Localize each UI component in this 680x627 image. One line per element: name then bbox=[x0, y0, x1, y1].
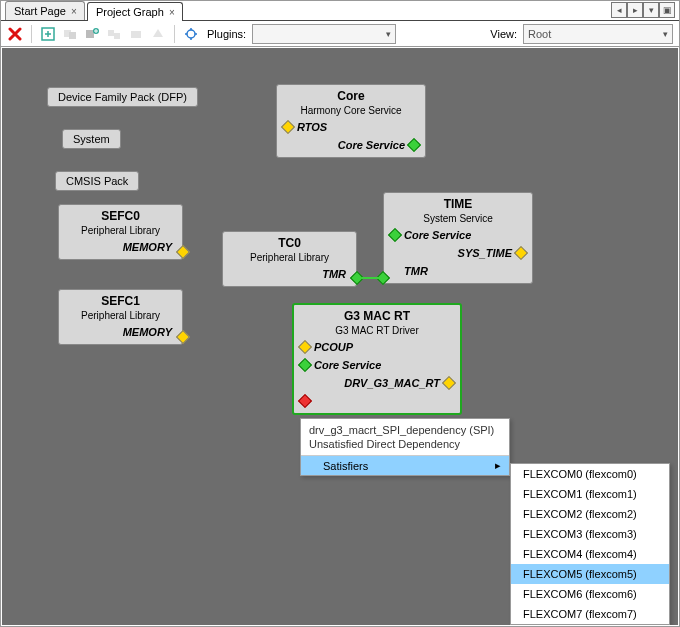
svg-point-8 bbox=[187, 30, 195, 38]
config-button[interactable] bbox=[128, 26, 144, 42]
add-button[interactable] bbox=[84, 26, 100, 42]
graph-canvas[interactable]: Device Family Pack (DFP) System CMSIS Pa… bbox=[2, 48, 678, 625]
submenu-item-flexcom0[interactable]: FLEXCOM0 (flexcom0) bbox=[511, 464, 669, 484]
node-subtitle: Harmony Core Service bbox=[281, 104, 421, 118]
node-title: TIME bbox=[388, 196, 528, 212]
group-button[interactable] bbox=[62, 26, 78, 42]
node-subtitle: Peripheral Library bbox=[63, 309, 178, 323]
tab-project-graph[interactable]: Project Graph × bbox=[87, 2, 183, 21]
svg-rect-7 bbox=[131, 31, 141, 38]
ungroup-button[interactable] bbox=[106, 26, 122, 42]
tab-label: Project Graph bbox=[96, 6, 164, 18]
satisfiers-submenu: FLEXCOM0 (flexcom0)FLEXCOM1 (flexcom1)FL… bbox=[510, 463, 670, 625]
submenu-item-flexcom3[interactable]: FLEXCOM3 (flexcom3) bbox=[511, 524, 669, 544]
svg-rect-3 bbox=[86, 30, 94, 38]
svg-rect-2 bbox=[69, 32, 76, 39]
port-label: Core Service bbox=[293, 136, 409, 154]
submenu-item-flexcom6[interactable]: FLEXCOM6 (flexcom6) bbox=[511, 584, 669, 604]
toolbar: Plugins: ▾ View: Root ▾ bbox=[1, 21, 679, 47]
context-header: drv_g3_macrt_SPI_dependency (SPI) Unsati… bbox=[301, 419, 509, 456]
node-cmsis[interactable]: CMSIS Pack bbox=[55, 171, 139, 191]
plugins-label: Plugins: bbox=[207, 28, 246, 40]
chevron-right-icon: ▸ bbox=[495, 459, 501, 472]
submenu-item-flexcom2[interactable]: FLEXCOM2 (flexcom2) bbox=[511, 504, 669, 524]
delete-button[interactable] bbox=[7, 26, 23, 42]
submenu-item-flexcom4[interactable]: FLEXCOM4 (flexcom4) bbox=[511, 544, 669, 564]
chevron-down-icon: ▾ bbox=[663, 29, 668, 39]
close-icon[interactable]: × bbox=[69, 6, 79, 16]
port-label: TMR bbox=[400, 262, 516, 280]
port-label: TMR bbox=[239, 265, 350, 283]
node-sefc0[interactable]: SEFC0 Peripheral Library MEMORY bbox=[58, 204, 183, 260]
node-dfp[interactable]: Device Family Pack (DFP) bbox=[47, 87, 198, 107]
node-subtitle: G3 MAC RT Driver bbox=[298, 324, 456, 338]
context-subtitle: Unsatisfied Direct Dependency bbox=[309, 437, 501, 451]
fit-button[interactable] bbox=[183, 26, 199, 42]
node-title: Core bbox=[281, 88, 421, 104]
scroll-left-button[interactable]: ◂ bbox=[611, 2, 627, 18]
node-tc0[interactable]: TC0 Peripheral Library TMR bbox=[222, 231, 357, 287]
node-label: System bbox=[73, 133, 110, 145]
tab-start-page[interactable]: Start Page × bbox=[5, 1, 85, 20]
node-title: SEFC1 bbox=[63, 293, 178, 309]
submenu-item-flexcom1[interactable]: FLEXCOM1 (flexcom1) bbox=[511, 484, 669, 504]
port-diamond[interactable] bbox=[407, 138, 421, 152]
context-item-label: Satisfiers bbox=[309, 460, 368, 472]
new-button[interactable] bbox=[40, 26, 56, 42]
port-label: MEMORY bbox=[65, 238, 176, 256]
node-label: Device Family Pack (DFP) bbox=[58, 91, 187, 103]
node-subtitle: System Service bbox=[388, 212, 528, 226]
node-subtitle: Peripheral Library bbox=[63, 224, 178, 238]
node-title: G3 MAC RT bbox=[298, 308, 456, 324]
maximize-button[interactable]: ▣ bbox=[659, 2, 675, 18]
submenu-item-flexcom5[interactable]: FLEXCOM5 (flexcom5) bbox=[511, 564, 669, 584]
context-item-satisfiers[interactable]: Satisfiers ▸ bbox=[301, 456, 509, 475]
view-dropdown[interactable]: Root ▾ bbox=[523, 24, 673, 44]
node-g3-mac-rt[interactable]: G3 MAC RT G3 MAC RT Driver PCOUP Core Se… bbox=[292, 303, 462, 415]
port-label: MEMORY bbox=[65, 323, 176, 341]
plugins-dropdown[interactable]: ▾ bbox=[252, 24, 396, 44]
node-core[interactable]: Core Harmony Core Service RTOS Core Serv… bbox=[276, 84, 426, 158]
context-title: drv_g3_macrt_SPI_dependency (SPI) bbox=[309, 423, 501, 437]
port-label: Core Service bbox=[400, 226, 516, 244]
node-sefc1[interactable]: SEFC1 Peripheral Library MEMORY bbox=[58, 289, 183, 345]
port-label: PCOUP bbox=[310, 338, 444, 356]
port-label: RTOS bbox=[293, 118, 409, 136]
svg-rect-5 bbox=[108, 30, 114, 36]
node-label: CMSIS Pack bbox=[66, 175, 128, 187]
node-time[interactable]: TIME System Service Core Service SYS_TIM… bbox=[383, 192, 533, 284]
edge bbox=[362, 277, 379, 279]
up-button[interactable] bbox=[150, 26, 166, 42]
node-subtitle: Peripheral Library bbox=[227, 251, 352, 265]
svg-rect-6 bbox=[114, 33, 120, 39]
submenu-item-flexcom7[interactable]: FLEXCOM7 (flexcom7) bbox=[511, 604, 669, 624]
node-system[interactable]: System bbox=[62, 129, 121, 149]
dropdown-button[interactable]: ▾ bbox=[643, 2, 659, 18]
view-label: View: bbox=[490, 28, 517, 40]
port-label: SYS_TIME bbox=[400, 244, 516, 262]
view-value: Root bbox=[528, 28, 551, 40]
port-diamond[interactable] bbox=[514, 246, 528, 260]
tab-bar: Start Page × Project Graph × ◂ ▸ ▾ ▣ bbox=[1, 1, 679, 21]
separator bbox=[174, 25, 175, 43]
context-menu: drv_g3_macrt_SPI_dependency (SPI) Unsati… bbox=[300, 418, 510, 476]
port-diamond[interactable] bbox=[298, 394, 312, 408]
node-title: SEFC0 bbox=[63, 208, 178, 224]
separator bbox=[31, 25, 32, 43]
port-label: DRV_G3_MAC_RT bbox=[310, 374, 444, 392]
scroll-right-button[interactable]: ▸ bbox=[627, 2, 643, 18]
tab-nav-controls: ◂ ▸ ▾ ▣ bbox=[611, 2, 675, 18]
port-diamond[interactable] bbox=[442, 376, 456, 390]
tab-label: Start Page bbox=[14, 5, 66, 17]
node-title: TC0 bbox=[227, 235, 352, 251]
chevron-down-icon: ▾ bbox=[386, 29, 391, 39]
port-label: Core Service bbox=[310, 356, 444, 374]
close-icon[interactable]: × bbox=[167, 7, 177, 17]
